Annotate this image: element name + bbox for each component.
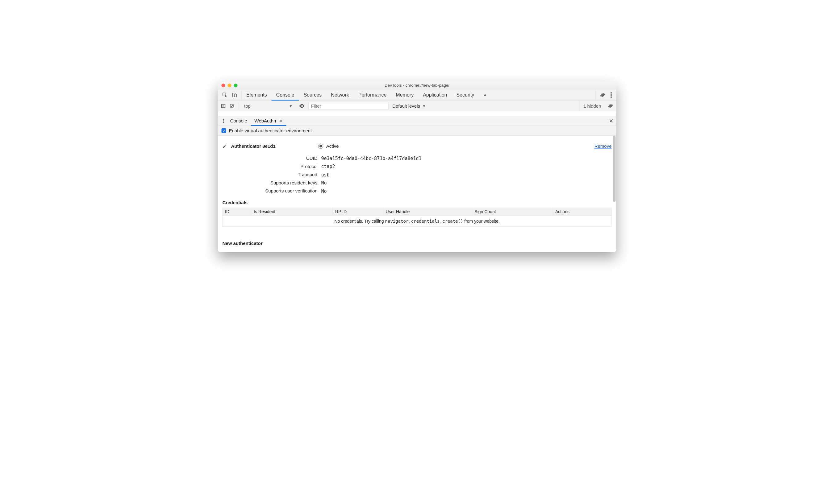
log-levels-selector[interactable]: Default levels ▼	[392, 103, 426, 109]
col-actions[interactable]: Actions	[553, 208, 612, 216]
edit-pencil-icon[interactable]	[222, 144, 227, 149]
svg-point-9	[301, 105, 303, 107]
protocol-value: ctap2	[321, 164, 612, 169]
col-user-handle[interactable]: User Handle	[383, 208, 472, 216]
col-id[interactable]: ID	[222, 208, 251, 216]
uuid-value: 9e3a15fc-0da0-44bc-871b-a4f17da8e1d1	[321, 156, 612, 161]
col-is-resident[interactable]: Is Resident	[251, 208, 333, 216]
chevron-down-icon: ▼	[422, 104, 426, 108]
chevron-down-icon: ▼	[289, 104, 292, 108]
console-filter-input[interactable]	[308, 102, 389, 110]
authenticator-active-label: Active	[326, 144, 339, 149]
tab-memory[interactable]: Memory	[391, 89, 418, 100]
devtools-window: DevTools - chrome://new-tab-page/ Elemen…	[218, 82, 616, 252]
uv-value: No	[321, 188, 612, 194]
svg-point-4	[611, 94, 612, 96]
tab-elements[interactable]: Elements	[242, 89, 271, 100]
inspect-element-icon[interactable]	[222, 92, 228, 98]
credentials-heading: Credentials	[222, 200, 612, 205]
uuid-label: UUID	[235, 156, 321, 161]
clear-console-icon[interactable]	[229, 103, 235, 108]
more-menu-icon[interactable]	[611, 92, 612, 98]
enable-virtual-authenticator-checkbox[interactable]	[222, 128, 226, 133]
main-tabbar: Elements Console Sources Network Perform…	[218, 89, 616, 100]
console-toolbar: top ▼ Default levels ▼ 1 hidden	[218, 100, 616, 111]
remove-authenticator-link[interactable]: Remove	[594, 144, 612, 149]
resident-value: No	[321, 180, 612, 186]
settings-gear-icon[interactable]	[600, 92, 606, 98]
svg-point-12	[223, 122, 224, 123]
resident-label: Supports resident keys	[235, 180, 321, 186]
transport-value: usb	[321, 172, 612, 178]
webauthn-panel: Authenticator 8e1d1 Active Remove UUID 9…	[218, 136, 616, 252]
drawer-tab-webauthn[interactable]: WebAuthn ✕	[251, 116, 286, 126]
tab-console[interactable]: Console	[271, 89, 299, 100]
tab-performance[interactable]: Performance	[354, 89, 391, 100]
enable-virtual-authenticator-row: Enable virtual authenticator environment	[218, 126, 616, 136]
authenticator-header: Authenticator 8e1d1 Active Remove	[222, 141, 612, 150]
tab-sources[interactable]: Sources	[299, 89, 326, 100]
close-drawer-icon[interactable]: ✕	[609, 118, 613, 124]
svg-point-11	[223, 120, 224, 121]
tab-security[interactable]: Security	[452, 89, 479, 100]
authenticator-name: Authenticator 8e1d1	[231, 144, 276, 149]
credentials-empty-row: No credentials. Try calling navigator.cr…	[222, 216, 612, 227]
tabs-overflow-button[interactable]: »	[479, 89, 491, 100]
drawer-more-icon[interactable]	[221, 119, 226, 123]
svg-line-8	[231, 105, 233, 107]
live-expression-icon[interactable]	[299, 104, 305, 108]
new-authenticator-heading: New authenticator	[222, 240, 612, 246]
hidden-messages-count[interactable]: 1 hidden	[579, 100, 601, 111]
context-selector[interactable]: top ▼	[241, 102, 295, 110]
svg-point-5	[611, 96, 612, 98]
context-selector-value: top	[244, 103, 250, 109]
tab-application[interactable]: Application	[418, 89, 452, 100]
drawer-tab-console[interactable]: Console	[226, 116, 251, 126]
svg-point-3	[611, 92, 612, 94]
transport-label: Transport	[235, 172, 321, 178]
svg-point-10	[223, 119, 224, 120]
drawer-tabbar: Console WebAuthn ✕ ✕	[218, 116, 616, 126]
uv-label: Supports user verification	[235, 188, 321, 194]
credentials-table: ID Is Resident RP ID User Handle Sign Co…	[222, 208, 612, 227]
window-title: DevTools - chrome://new-tab-page/	[218, 83, 616, 88]
col-sign-count[interactable]: Sign Count	[472, 208, 553, 216]
enable-virtual-authenticator-label: Enable virtual authenticator environment	[229, 128, 312, 133]
svg-rect-2	[235, 94, 237, 97]
authenticator-active-radio[interactable]	[318, 144, 324, 149]
col-rp-id[interactable]: RP ID	[333, 208, 383, 216]
protocol-label: Protocol	[235, 164, 321, 169]
scrollbar[interactable]	[613, 136, 616, 202]
close-tab-icon[interactable]: ✕	[279, 118, 282, 123]
authenticator-properties: UUID 9e3a15fc-0da0-44bc-871b-a4f17da8e1d…	[235, 156, 612, 194]
titlebar: DevTools - chrome://new-tab-page/	[218, 82, 616, 89]
console-settings-gear-icon[interactable]	[608, 103, 613, 109]
tab-network[interactable]: Network	[326, 89, 354, 100]
device-toolbar-icon[interactable]	[232, 92, 237, 98]
execute-icon[interactable]	[221, 103, 226, 108]
